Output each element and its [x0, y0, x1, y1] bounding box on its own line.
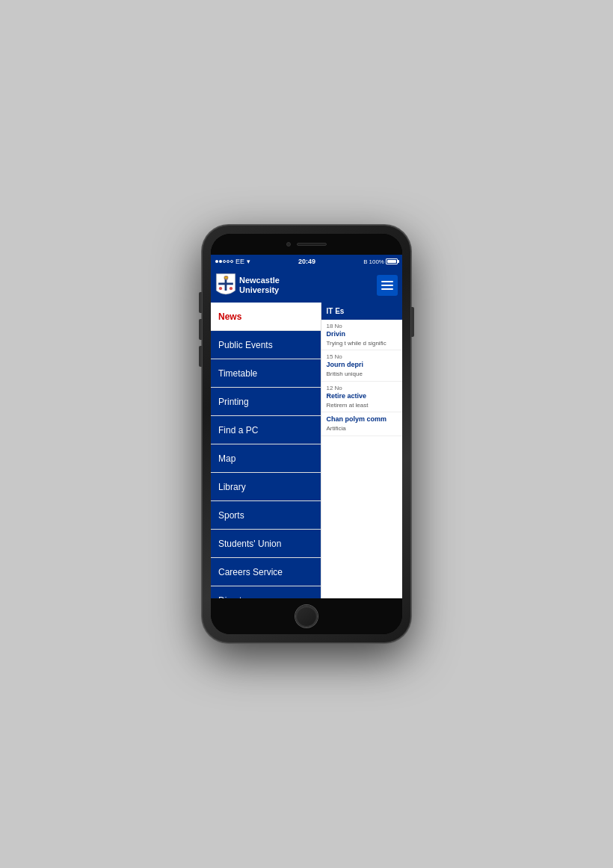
svg-point-3: [219, 287, 222, 290]
menu-item[interactable]: News: [211, 303, 321, 331]
signal-dot-4: [227, 260, 230, 263]
hamburger-line-3: [381, 288, 393, 290]
news-title: Journ depri: [326, 361, 398, 369]
bluetooth-icon: B: [363, 258, 367, 265]
svg-point-4: [230, 287, 232, 290]
wifi-icon: ▾: [247, 258, 250, 265]
news-item[interactable]: 12 NoRetire activeRetirem at least: [321, 382, 402, 412]
content-area: NewsPublic EventsTimetablePrintingFind a…: [211, 303, 402, 598]
menu-panel: NewsPublic EventsTimetablePrintingFind a…: [211, 303, 321, 598]
carrier-label: EE: [235, 258, 244, 265]
phone-top-bar: [211, 234, 402, 255]
news-item[interactable]: 15 NoJourn depriBritish unique: [321, 350, 402, 381]
camera: [286, 242, 291, 247]
university-name-line2: University: [239, 285, 280, 295]
news-item[interactable]: Chan polym commArtificia: [321, 412, 402, 435]
battery-label: 100%: [369, 258, 384, 265]
menu-item-label: Public Events: [218, 340, 273, 350]
hamburger-button[interactable]: [377, 275, 398, 296]
menu-item-label: Careers Service: [218, 567, 283, 577]
news-title: Chan polym comm: [326, 415, 398, 424]
phone-screen: EE ▾ 20:49 B 100%: [211, 234, 402, 634]
menu-item[interactable]: Find a PC: [211, 416, 321, 444]
hamburger-line-2: [381, 285, 393, 286]
app-header: 🦁 Newcastle University: [211, 268, 402, 303]
app-screen: 🦁 Newcastle University: [211, 268, 402, 598]
menu-item-label: Timetable: [218, 368, 257, 379]
menu-item[interactable]: Students' Union: [211, 530, 321, 558]
menu-item[interactable]: Library: [211, 473, 321, 501]
menu-item[interactable]: Timetable: [211, 359, 321, 388]
signal-dot-3: [223, 260, 226, 263]
menu-item-label: Find a PC: [218, 425, 258, 435]
news-excerpt: Artificia: [326, 425, 398, 433]
menu-item-label: Students' Union: [218, 539, 281, 549]
menu-item[interactable]: Sports: [211, 501, 321, 530]
news-date: 12 No: [326, 385, 398, 391]
news-panel-header: IT Es: [321, 303, 402, 320]
news-date: 15 No: [326, 353, 398, 360]
menu-item[interactable]: Directory: [211, 586, 321, 598]
status-bar: EE ▾ 20:49 B 100%: [211, 255, 402, 268]
menu-item-label: News: [218, 311, 241, 322]
svg-text:🦁: 🦁: [224, 275, 229, 281]
battery-fill: [387, 260, 396, 263]
signal-dot-2: [219, 260, 222, 263]
news-date: 18 No: [326, 323, 398, 329]
university-name-line1: Newcastle: [239, 276, 280, 285]
svg-rect-1: [218, 283, 233, 285]
home-button[interactable]: [295, 605, 318, 627]
logo-area: 🦁 Newcastle University: [215, 273, 377, 298]
battery-icon: [386, 258, 398, 264]
university-name: Newcastle University: [239, 276, 280, 295]
news-item[interactable]: 18 NoDrivinTrying t while d signific: [321, 320, 402, 350]
menu-item[interactable]: Printing: [211, 388, 321, 416]
phone-bottom-bar: [211, 598, 402, 634]
hamburger-line-1: [381, 281, 393, 282]
status-time: 20:49: [298, 258, 315, 265]
status-right: B 100%: [363, 258, 398, 265]
news-panel: IT Es 18 NoDrivinTrying t while d signif…: [321, 303, 402, 598]
university-shield: 🦁: [215, 273, 236, 298]
menu-item[interactable]: Public Events: [211, 331, 321, 359]
menu-item-label: Library: [218, 482, 246, 492]
signal-dots: [215, 260, 233, 263]
phone-device: EE ▾ 20:49 B 100%: [202, 225, 411, 643]
menu-item-label: Sports: [218, 510, 244, 521]
speaker: [297, 243, 327, 246]
news-title: Drivin: [326, 330, 398, 338]
signal-dot-5: [230, 260, 233, 263]
signal-dot-1: [215, 260, 218, 263]
menu-item-label: Map: [218, 453, 235, 464]
menu-item[interactable]: Map: [211, 444, 321, 473]
news-excerpt: Retirem at least: [326, 402, 398, 409]
news-excerpt: British unique: [326, 371, 398, 378]
news-title: Retire active: [326, 392, 398, 400]
menu-item-label: Printing: [218, 397, 249, 407]
status-left: EE ▾: [215, 258, 250, 265]
news-excerpt: Trying t while d signific: [326, 340, 398, 347]
menu-item[interactable]: Careers Service: [211, 558, 321, 586]
